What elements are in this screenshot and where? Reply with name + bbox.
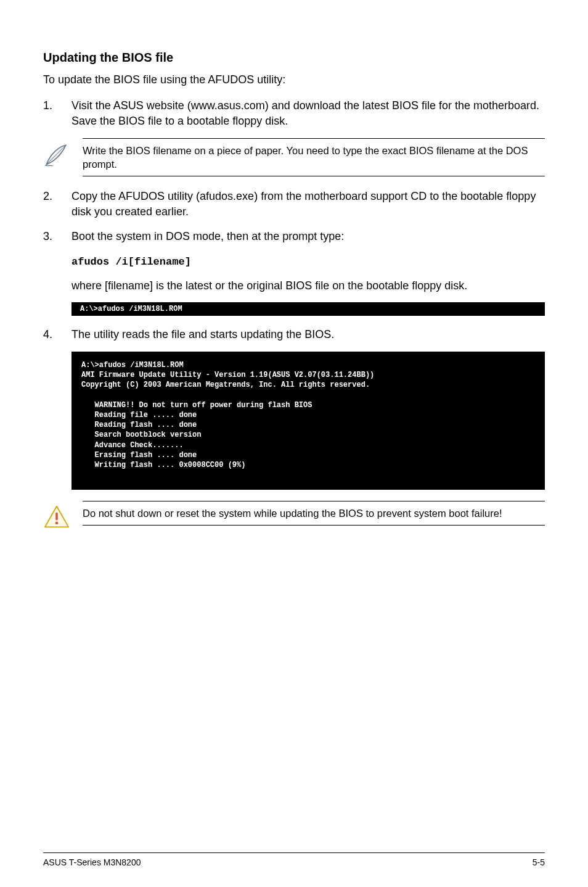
step-1: 1. Visit the ASUS website (www.asus.com)… [43,98,545,128]
quill-icon [43,138,83,168]
terminal-output-1: A:\>afudos /iM3N18L.ROM [71,302,545,316]
note-text: Write the BIOS filename on a piece of pa… [83,138,545,177]
terminal-output-2: A:\>afudos /iM3N18L.ROM AMI Firmware Upd… [71,352,545,490]
warning-text: Do not shut down or reset the system whi… [83,501,545,526]
step-2: 2. Copy the AFUDOS utility (afudos.exe) … [43,189,545,219]
command-code: afudos /i[filename] [71,256,191,268]
step-text: Copy the AFUDOS utility (afudos.exe) fro… [71,189,545,219]
section-heading: Updating the BIOS file [43,49,545,66]
step-3: 3. Boot the system in DOS mode, then at … [43,229,545,244]
intro-text: To update the BIOS file using the AFUDOS… [43,72,545,87]
step-text: Boot the system in DOS mode, then at the… [71,229,545,244]
svg-point-1 [55,522,59,525]
note-callout: Write the BIOS filename on a piece of pa… [43,138,545,177]
footer-product: ASUS T-Series M3N8200 [43,857,141,868]
svg-rect-0 [55,513,58,521]
step-text: Visit the ASUS website (www.asus.com) an… [71,98,545,128]
step-4: 4. The utility reads the file and starts… [43,327,545,342]
step-text: The utility reads the file and starts up… [71,327,545,342]
warning-callout: Do not shut down or reset the system whi… [43,501,545,529]
page-footer: ASUS T-Series M3N8200 5-5 [43,852,545,868]
step-number: 4. [43,327,71,342]
warning-icon [43,501,83,529]
step-explanation: where [filename] is the latest or the or… [71,278,545,293]
footer-page-number: 5-5 [533,857,545,868]
step-number: 3. [43,229,71,244]
step-number: 2. [43,189,71,219]
step-number: 1. [43,98,71,128]
